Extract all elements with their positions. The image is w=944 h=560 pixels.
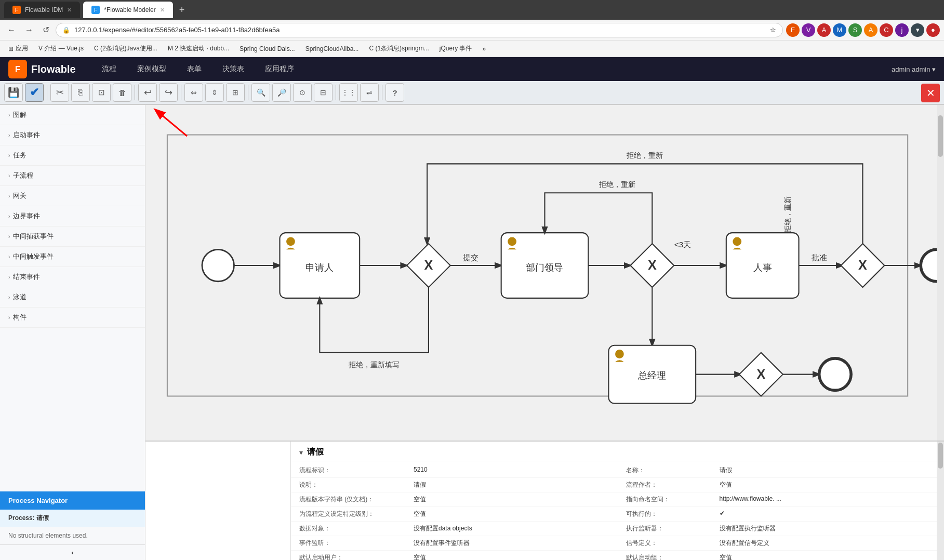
prop-value-signal-def: 没有配置信号定义: [720, 539, 769, 548]
svg-point-7: [286, 237, 295, 246]
zoom-out-button[interactable]: 🔎: [272, 83, 291, 102]
tab-modeler-label: *Flowable Modeler: [104, 6, 155, 14]
browser-icon-8[interactable]: j: [895, 23, 909, 37]
nav-apps[interactable]: 应用程序: [255, 57, 304, 81]
align-v-button[interactable]: ⇕: [205, 83, 224, 102]
canvas-area[interactable]: 申请人 X 提交 部门领导: [145, 105, 944, 441]
sidebar-item-pools-label: 泳道: [13, 292, 26, 302]
sidebar-item-tasks[interactable]: › 任务: [0, 145, 145, 166]
browser-icon-6[interactable]: A: [864, 23, 877, 37]
prop-value-version: 空值: [414, 495, 426, 504]
bookmark-dubbo[interactable]: M 2 快速启动 · dubb...: [164, 43, 233, 55]
browser-icon-9[interactable]: ▾: [911, 23, 924, 37]
sidebar-item-end-events[interactable]: › 结束事件: [0, 267, 145, 287]
nav-processes[interactable]: 流程: [91, 57, 127, 81]
refresh-button[interactable]: ↺: [39, 23, 52, 37]
prop-value-process-id: 5210: [414, 466, 428, 475]
nav-case-models[interactable]: 案例模型: [127, 57, 177, 81]
prop-value-name: 请假: [720, 466, 732, 475]
sidebar-item-pools[interactable]: › 泳道: [0, 287, 145, 308]
bookmark-java[interactable]: C (2条消息)Java使用...: [90, 43, 162, 55]
save-button[interactable]: 💾: [4, 83, 23, 102]
sidebar-item-throw-label: 中间触发事件: [13, 252, 54, 261]
sidebar-item-start-events[interactable]: › 启动事件: [0, 125, 145, 145]
prop-row: 流程标识： 5210: [291, 463, 618, 478]
sidebar-item-diagrams[interactable]: › 图解: [0, 105, 145, 125]
align-h-button[interactable]: ⇔: [184, 83, 203, 102]
sidebar-item-artifacts[interactable]: › 构件: [0, 308, 145, 328]
browser-icon-4[interactable]: M: [833, 23, 846, 37]
props-scrollbar-thumb: [938, 443, 943, 469]
star-icon[interactable]: ☆: [770, 26, 776, 34]
props-scrollbar[interactable]: [937, 442, 944, 560]
browser-icon-1[interactable]: F: [786, 23, 800, 37]
close-button[interactable]: ✕: [921, 84, 940, 102]
sidebar-item-gateways[interactable]: › 网关: [0, 186, 145, 206]
collapse-arrow-icon[interactable]: ▾: [299, 448, 303, 457]
nav-forms[interactable]: 表单: [177, 57, 212, 81]
bookmark-alibaba[interactable]: SpringCloudAliba...: [301, 44, 363, 54]
canvas-scrollbar[interactable]: [937, 105, 944, 441]
tab-idm[interactable]: F Flowable IDM ✕: [4, 2, 80, 18]
address-bar[interactable]: 🔒 127.0.0.1/expense/#/editor/556562a5-fe…: [56, 23, 783, 37]
undo-button[interactable]: ↩: [138, 83, 157, 102]
zoom-full-button[interactable]: ⊟: [314, 83, 333, 102]
svg-point-38: [819, 358, 851, 390]
browser-icon-7[interactable]: C: [880, 23, 893, 37]
bottom-left-panel: [145, 442, 291, 560]
redo-button[interactable]: ↪: [159, 83, 178, 102]
prop-label-category: 为流程定义设定特定级别：: [299, 510, 414, 518]
help-button[interactable]: ?: [385, 83, 404, 102]
cut-button[interactable]: ✂: [50, 83, 69, 102]
prop-row: 流程版本字符串 (仅文档)： 空值: [291, 492, 618, 507]
browser-icon-10[interactable]: ●: [926, 23, 940, 37]
sidebar-item-throw-events[interactable]: › 中间触发事件: [0, 247, 145, 267]
delete-button[interactable]: 🗑: [113, 83, 131, 102]
prop-row: 默认启动组： 空值: [618, 551, 945, 560]
bookmark-jquery[interactable]: jQuery 事件: [435, 43, 476, 55]
something-button[interactable]: ⊞: [226, 83, 245, 102]
paste-button[interactable]: ⊡: [92, 83, 111, 102]
prop-label-namespace: 指向命名空间：: [626, 495, 720, 504]
forward-button[interactable]: →: [22, 23, 36, 37]
browser-icon-3[interactable]: A: [817, 23, 831, 37]
tab-idm-label: Flowable IDM: [25, 6, 63, 14]
sidebar-item-boundary-events[interactable]: › 边界事件: [0, 206, 145, 226]
user-menu[interactable]: admin admin ▾: [892, 65, 936, 73]
properties-panel[interactable]: ▾ 请假 流程标识： 5210 说明： 请假: [291, 442, 944, 560]
prop-label-signal-def: 信号定义：: [626, 539, 720, 548]
sidebar-item-subprocess[interactable]: › 子流程: [0, 166, 145, 186]
browser-icon-5[interactable]: S: [848, 23, 862, 37]
url-text: 127.0.0.1/expense/#/editor/556562a5-fe05…: [74, 26, 766, 34]
validate-button[interactable]: ✔: [25, 83, 44, 102]
tab-modeler[interactable]: F *Flowable Modeler ✕: [83, 2, 172, 18]
copy-button[interactable]: ⎘: [71, 83, 90, 102]
bookmark-apps[interactable]: ⊞ 应用: [4, 43, 32, 55]
bookmark-more[interactable]: »: [478, 44, 490, 54]
sidebar-collapse-btn[interactable]: ‹: [0, 544, 145, 560]
svg-text:拒绝，重新: 拒绝，重新: [599, 180, 635, 189]
arrow-icon: ›: [8, 315, 10, 321]
svg-text:拒绝，重新: 拒绝，重新: [783, 196, 792, 233]
lock-icon: 🔒: [62, 26, 70, 34]
svg-point-15: [508, 237, 516, 246]
browser-icon-2[interactable]: V: [802, 23, 815, 37]
tab-idm-close[interactable]: ✕: [67, 7, 72, 14]
connect-button[interactable]: ⇌: [360, 83, 379, 102]
sidebar-item-catch-events[interactable]: › 中间捕获事件: [0, 226, 145, 247]
prop-label-name: 名称：: [626, 466, 720, 475]
back-button[interactable]: ←: [4, 23, 19, 37]
tab-modeler-close[interactable]: ✕: [160, 7, 165, 14]
new-tab-button[interactable]: +: [176, 4, 188, 17]
zoom-in-button[interactable]: 🔍: [251, 83, 270, 102]
prop-value-exec-listeners: 没有配置执行监听器: [720, 524, 776, 533]
bookmark-spring-cloud[interactable]: Spring Cloud Dals...: [235, 44, 299, 54]
grid-button[interactable]: ⋮⋮: [339, 83, 358, 102]
nav-decision-tables[interactable]: 决策表: [212, 57, 255, 81]
svg-text:人事: 人事: [753, 262, 772, 273]
prop-label-author: 流程作者：: [626, 481, 720, 489]
zoom-fit-button[interactable]: ⊙: [293, 83, 312, 102]
bookmark-springm[interactable]: C (1条消息)springm...: [365, 43, 433, 55]
bookmark-vue[interactable]: V 介绍 — Vue.js: [34, 43, 88, 55]
sidebar-item-catch-label: 中间捕获事件: [13, 232, 54, 241]
